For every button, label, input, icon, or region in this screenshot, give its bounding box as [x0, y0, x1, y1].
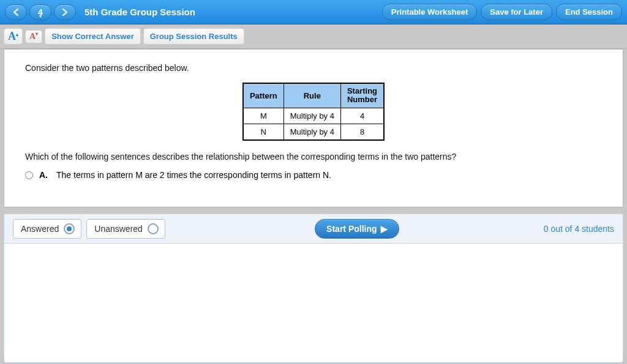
chevron-left-icon — [13, 9, 19, 16]
table-header: StartingNumber — [340, 83, 384, 108]
polling-panel: Answered Unanswered Start Polling ▶ 0 ou… — [4, 214, 623, 363]
start-polling-label: Start Polling — [326, 224, 377, 234]
question-prompt: Which of the following sentences describ… — [25, 152, 602, 162]
nav-group: 4 ▼ — [5, 4, 76, 20]
question-scroll[interactable]: Consider the two patterns described belo… — [4, 50, 623, 207]
printable-worksheet-button[interactable]: Printable Worksheet — [382, 4, 477, 20]
arrow-up-icon: ▴ — [16, 32, 18, 37]
next-button[interactable] — [54, 4, 76, 20]
table-row: N Multiply by 4 8 — [243, 124, 384, 140]
session-title: 5th Grade Group Session — [84, 7, 195, 17]
student-count-status: 0 out of 4 students — [544, 224, 614, 234]
polling-controls: Answered Unanswered Start Polling ▶ 0 ou… — [4, 214, 623, 243]
group-session-results-button[interactable]: Group Session Results — [143, 28, 244, 45]
table-row: M Multiply by 4 4 — [243, 108, 384, 124]
filter-label: Answered — [21, 224, 59, 234]
arrow-down-icon: ▾ — [36, 31, 38, 37]
play-icon: ▶ — [381, 224, 388, 234]
question-number-dropdown[interactable]: 4 ▼ — [29, 4, 51, 20]
choice-radio[interactable] — [25, 171, 33, 179]
polling-results-area — [4, 243, 623, 362]
start-polling-button[interactable]: Start Polling ▶ — [315, 219, 399, 239]
top-bar: 4 ▼ 5th Grade Group Session Printable Wo… — [0, 0, 627, 24]
prev-button[interactable] — [5, 4, 27, 20]
choice-letter: A. — [39, 170, 50, 180]
question-panel: Consider the two patterns described belo… — [4, 49, 623, 207]
end-session-button[interactable]: End Session — [556, 4, 622, 20]
toolbar: A▴ A▾ Show Correct Answer Group Session … — [0, 24, 627, 49]
radio-unselected-icon — [148, 223, 159, 234]
table-header: Rule — [283, 83, 340, 108]
question-intro: Consider the two patterns described belo… — [25, 63, 602, 73]
save-for-later-button[interactable]: Save for Later — [481, 4, 552, 20]
font-decrease-button[interactable]: A▾ — [25, 30, 42, 43]
chevron-right-icon — [62, 9, 68, 16]
chevron-down-icon: ▼ — [39, 14, 43, 18]
table-header: Pattern — [243, 83, 283, 108]
show-correct-answer-button[interactable]: Show Correct Answer — [45, 28, 141, 45]
answered-filter[interactable]: Answered — [13, 219, 81, 239]
unanswered-filter[interactable]: Unanswered — [86, 219, 165, 239]
radio-selected-icon — [64, 223, 75, 234]
pattern-table: Pattern Rule StartingNumber M Multiply b… — [242, 83, 385, 141]
choice-text: The terms in pattern M are 2 times the c… — [56, 170, 331, 180]
filter-label: Unanswered — [94, 224, 143, 234]
answer-choice[interactable]: A. The terms in pattern M are 2 times th… — [25, 170, 602, 180]
font-increase-button[interactable]: A▴ — [4, 28, 23, 45]
